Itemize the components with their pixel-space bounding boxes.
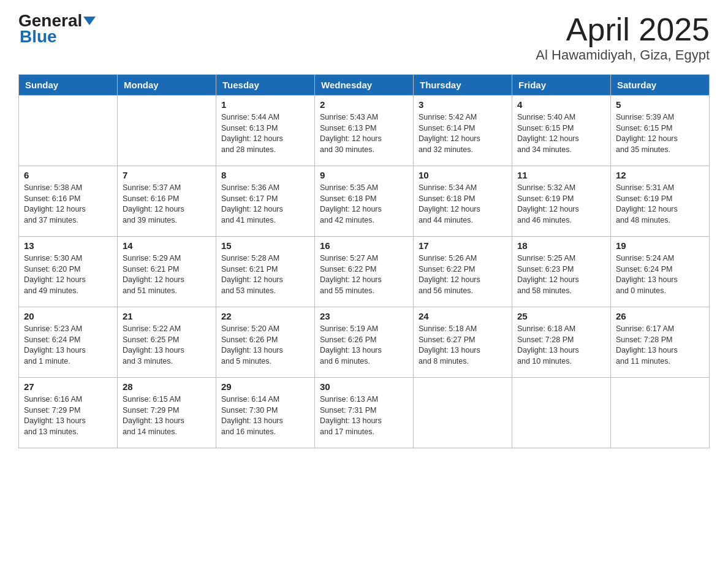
- day-info: Sunrise: 6:14 AM Sunset: 7:30 PM Dayligh…: [221, 394, 309, 437]
- day-number: 16: [320, 240, 408, 251]
- weekday-header-monday: Monday: [118, 75, 216, 96]
- calendar-cell: 26Sunrise: 6:17 AM Sunset: 7:28 PM Dayli…: [611, 307, 710, 378]
- day-number: 2: [320, 99, 408, 110]
- day-info: Sunrise: 5:44 AM Sunset: 6:13 PM Dayligh…: [221, 112, 309, 155]
- day-info: Sunrise: 6:18 AM Sunset: 7:28 PM Dayligh…: [517, 324, 605, 367]
- day-info: Sunrise: 5:27 AM Sunset: 6:22 PM Dayligh…: [320, 253, 408, 296]
- calendar-cell: 9Sunrise: 5:35 AM Sunset: 6:18 PM Daylig…: [315, 166, 414, 237]
- day-number: 21: [123, 311, 211, 321]
- calendar-cell: [118, 96, 216, 166]
- page-title: April 2025: [536, 12, 710, 47]
- calendar-cell: 4Sunrise: 5:40 AM Sunset: 6:15 PM Daylig…: [512, 96, 611, 166]
- day-number: 13: [24, 240, 112, 251]
- calendar-cell: [512, 378, 611, 448]
- calendar-week-row: 6Sunrise: 5:38 AM Sunset: 6:16 PM Daylig…: [19, 166, 710, 237]
- day-number: 1: [221, 99, 309, 110]
- weekday-header-thursday: Thursday: [414, 75, 512, 96]
- day-number: 29: [221, 381, 309, 392]
- calendar-cell: 18Sunrise: 5:25 AM Sunset: 6:23 PM Dayli…: [512, 237, 611, 307]
- day-number: 6: [24, 170, 112, 180]
- calendar-cell: 3Sunrise: 5:42 AM Sunset: 6:14 PM Daylig…: [414, 96, 512, 166]
- day-number: 10: [419, 170, 507, 180]
- day-info: Sunrise: 5:42 AM Sunset: 6:14 PM Dayligh…: [419, 112, 507, 155]
- day-number: 23: [320, 311, 408, 321]
- day-info: Sunrise: 5:30 AM Sunset: 6:20 PM Dayligh…: [24, 253, 112, 296]
- day-info: Sunrise: 5:43 AM Sunset: 6:13 PM Dayligh…: [320, 112, 408, 155]
- calendar-cell: 29Sunrise: 6:14 AM Sunset: 7:30 PM Dayli…: [216, 378, 315, 448]
- calendar-cell: 7Sunrise: 5:37 AM Sunset: 6:16 PM Daylig…: [118, 166, 216, 237]
- day-number: 11: [517, 170, 605, 180]
- day-info: Sunrise: 5:37 AM Sunset: 6:16 PM Dayligh…: [123, 183, 211, 226]
- logo: General Blue: [18, 12, 96, 47]
- day-info: Sunrise: 5:28 AM Sunset: 6:21 PM Dayligh…: [221, 253, 309, 296]
- day-number: 26: [616, 311, 704, 321]
- day-number: 27: [24, 381, 112, 392]
- day-info: Sunrise: 5:18 AM Sunset: 6:27 PM Dayligh…: [419, 324, 507, 367]
- day-number: 17: [419, 240, 507, 251]
- page-subtitle: Al Hawamidiyah, Giza, Egypt: [536, 47, 710, 63]
- calendar-cell: 16Sunrise: 5:27 AM Sunset: 6:22 PM Dayli…: [315, 237, 414, 307]
- day-number: 20: [24, 311, 112, 321]
- day-info: Sunrise: 5:29 AM Sunset: 6:21 PM Dayligh…: [123, 253, 211, 296]
- calendar-cell: 23Sunrise: 5:19 AM Sunset: 6:26 PM Dayli…: [315, 307, 414, 378]
- calendar-cell: 27Sunrise: 6:16 AM Sunset: 7:29 PM Dayli…: [19, 378, 118, 448]
- calendar-cell: 13Sunrise: 5:30 AM Sunset: 6:20 PM Dayli…: [19, 237, 118, 307]
- day-number: 15: [221, 240, 309, 251]
- day-info: Sunrise: 5:35 AM Sunset: 6:18 PM Dayligh…: [320, 183, 408, 226]
- day-number: 25: [517, 311, 605, 321]
- calendar-cell: [19, 96, 118, 166]
- day-info: Sunrise: 5:19 AM Sunset: 6:26 PM Dayligh…: [320, 324, 408, 367]
- calendar-table: SundayMondayTuesdayWednesdayThursdayFrid…: [18, 74, 710, 448]
- calendar-cell: 14Sunrise: 5:29 AM Sunset: 6:21 PM Dayli…: [118, 237, 216, 307]
- calendar-cell: 5Sunrise: 5:39 AM Sunset: 6:15 PM Daylig…: [611, 96, 710, 166]
- page-header: General Blue April 2025 Al Hawamidiyah, …: [18, 12, 710, 63]
- day-info: Sunrise: 5:20 AM Sunset: 6:26 PM Dayligh…: [221, 324, 309, 367]
- calendar-week-row: 20Sunrise: 5:23 AM Sunset: 6:24 PM Dayli…: [19, 307, 710, 378]
- day-number: 8: [221, 170, 309, 180]
- calendar-week-row: 1Sunrise: 5:44 AM Sunset: 6:13 PM Daylig…: [19, 96, 710, 166]
- weekday-header-wednesday: Wednesday: [315, 75, 414, 96]
- calendar-cell: 8Sunrise: 5:36 AM Sunset: 6:17 PM Daylig…: [216, 166, 315, 237]
- calendar-cell: 1Sunrise: 5:44 AM Sunset: 6:13 PM Daylig…: [216, 96, 315, 166]
- calendar-cell: 11Sunrise: 5:32 AM Sunset: 6:19 PM Dayli…: [512, 166, 611, 237]
- day-info: Sunrise: 5:24 AM Sunset: 6:24 PM Dayligh…: [616, 253, 704, 296]
- calendar-cell: 10Sunrise: 5:34 AM Sunset: 6:18 PM Dayli…: [414, 166, 512, 237]
- calendar-week-row: 13Sunrise: 5:30 AM Sunset: 6:20 PM Dayli…: [19, 237, 710, 307]
- day-info: Sunrise: 5:38 AM Sunset: 6:16 PM Dayligh…: [24, 183, 112, 226]
- calendar-cell: 24Sunrise: 5:18 AM Sunset: 6:27 PM Dayli…: [414, 307, 512, 378]
- day-number: 9: [320, 170, 408, 180]
- day-number: 24: [419, 311, 507, 321]
- day-info: Sunrise: 5:36 AM Sunset: 6:17 PM Dayligh…: [221, 183, 309, 226]
- calendar-cell: 6Sunrise: 5:38 AM Sunset: 6:16 PM Daylig…: [19, 166, 118, 237]
- weekday-header-sunday: Sunday: [19, 75, 118, 96]
- day-number: 12: [616, 170, 704, 180]
- day-number: 7: [123, 170, 211, 180]
- day-number: 19: [616, 240, 704, 251]
- title-block: April 2025 Al Hawamidiyah, Giza, Egypt: [536, 12, 710, 63]
- calendar-cell: 19Sunrise: 5:24 AM Sunset: 6:24 PM Dayli…: [611, 237, 710, 307]
- weekday-header-tuesday: Tuesday: [216, 75, 315, 96]
- day-info: Sunrise: 5:26 AM Sunset: 6:22 PM Dayligh…: [419, 253, 507, 296]
- day-number: 14: [123, 240, 211, 251]
- calendar-cell: 2Sunrise: 5:43 AM Sunset: 6:13 PM Daylig…: [315, 96, 414, 166]
- weekday-header-saturday: Saturday: [611, 75, 710, 96]
- day-info: Sunrise: 5:39 AM Sunset: 6:15 PM Dayligh…: [616, 112, 704, 155]
- calendar-cell: 25Sunrise: 6:18 AM Sunset: 7:28 PM Dayli…: [512, 307, 611, 378]
- day-number: 4: [517, 99, 605, 110]
- calendar-cell: 22Sunrise: 5:20 AM Sunset: 6:26 PM Dayli…: [216, 307, 315, 378]
- day-info: Sunrise: 5:31 AM Sunset: 6:19 PM Dayligh…: [616, 183, 704, 226]
- day-info: Sunrise: 5:34 AM Sunset: 6:18 PM Dayligh…: [419, 183, 507, 226]
- calendar-cell: 20Sunrise: 5:23 AM Sunset: 6:24 PM Dayli…: [19, 307, 118, 378]
- calendar-cell: 28Sunrise: 6:15 AM Sunset: 7:29 PM Dayli…: [118, 378, 216, 448]
- calendar-cell: 12Sunrise: 5:31 AM Sunset: 6:19 PM Dayli…: [611, 166, 710, 237]
- weekday-header-friday: Friday: [512, 75, 611, 96]
- calendar-cell: 17Sunrise: 5:26 AM Sunset: 6:22 PM Dayli…: [414, 237, 512, 307]
- day-info: Sunrise: 6:16 AM Sunset: 7:29 PM Dayligh…: [24, 394, 112, 437]
- calendar-header-row: SundayMondayTuesdayWednesdayThursdayFrid…: [19, 75, 710, 96]
- calendar-cell: [414, 378, 512, 448]
- day-info: Sunrise: 5:25 AM Sunset: 6:23 PM Dayligh…: [517, 253, 605, 296]
- calendar-cell: 21Sunrise: 5:22 AM Sunset: 6:25 PM Dayli…: [118, 307, 216, 378]
- day-number: 30: [320, 381, 408, 392]
- day-info: Sunrise: 5:40 AM Sunset: 6:15 PM Dayligh…: [517, 112, 605, 155]
- logo-blue: Blue: [20, 27, 57, 47]
